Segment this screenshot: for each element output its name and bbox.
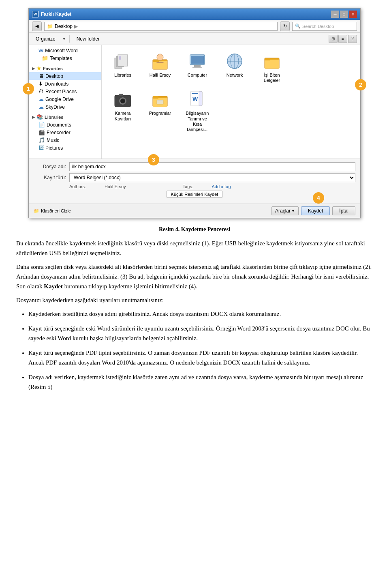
computer-icon xyxy=(188,52,207,71)
recent-icon: ⏱ xyxy=(38,88,44,94)
svg-rect-25 xyxy=(153,96,158,99)
icon-libraries[interactable]: Libraries xyxy=(107,50,139,85)
nav-item-pictures[interactable]: 🖼 Pictures xyxy=(29,144,101,152)
skydrive-icon: ☁ xyxy=(38,104,44,110)
tools-dropdown-arrow: ▼ xyxy=(291,209,295,213)
paragraph-2: Daha sonra seçilen disk veya klasördeki … xyxy=(16,262,373,291)
icon-user[interactable]: Halil Ersoy xyxy=(144,50,176,85)
filename-input[interactable] xyxy=(69,162,355,171)
nav-templates-label: Templates xyxy=(50,56,72,61)
chevron-icon: ▶ xyxy=(74,24,78,29)
word-doc-label: Bilgisayarın Tanımı ve Kısa Tarihçesi...… xyxy=(183,111,212,132)
filename-label: Dosya adı: xyxy=(34,164,66,170)
nav-item-downloads[interactable]: ⬇ Downloads xyxy=(29,80,101,88)
svg-point-7 xyxy=(157,54,163,60)
camera-icon xyxy=(113,90,133,109)
callout-2: 2 xyxy=(355,79,366,90)
nav-item-music[interactable]: 🎵 Music xyxy=(29,136,101,144)
filetype-select[interactable]: Word Belgesi (*.docx) xyxy=(69,173,355,182)
close-button[interactable]: ✕ xyxy=(349,11,357,18)
cancel-button[interactable]: İptal xyxy=(332,206,355,215)
search-box[interactable]: 🔍 Search Desktop xyxy=(292,22,357,31)
programs-icon xyxy=(150,90,170,109)
callout-1: 1 xyxy=(23,83,34,94)
expand-icon: ▶ xyxy=(32,67,35,71)
nav-freecorder-label: Freecorder xyxy=(47,130,71,135)
icon-computer[interactable]: Computer xyxy=(181,50,214,85)
tags-value: Add a tag xyxy=(212,184,231,189)
folder-icon: 📁 xyxy=(47,24,53,29)
network-icon xyxy=(225,52,244,71)
help-button[interactable]: ? xyxy=(348,35,357,43)
bullet-1: Kaydederken istediğiniz dosya adını gire… xyxy=(28,309,373,319)
documents-icon: 📄 xyxy=(38,122,45,128)
filetype-label: Kayıt türü: xyxy=(34,175,66,180)
user-label: Halil Ersoy xyxy=(150,73,171,78)
back-button[interactable]: ◀ xyxy=(32,21,42,31)
nav-section-libraries: ▶ 📚 Libraries 📄 Documents 🎬 Freecorder xyxy=(29,112,101,152)
icon-programs[interactable]: Programlar xyxy=(144,88,176,134)
dropdown-arrow: ▼ xyxy=(62,37,66,41)
nav-item-freecorder[interactable]: 🎬 Freecorder xyxy=(29,129,101,136)
libraries-label: Libraries xyxy=(114,73,131,78)
dialog-title: Farklı Kaydet xyxy=(41,11,71,17)
word-doc-icon: W xyxy=(188,90,207,109)
downloads-icon: ⬇ xyxy=(38,81,43,87)
icon-camera[interactable]: Kamera Kayıtları xyxy=(107,88,139,134)
body-text: Bu ekranda öncelikle kaydetmek istediğin… xyxy=(0,238,389,392)
separator xyxy=(69,35,70,43)
organize-button[interactable]: Organize xyxy=(32,35,59,43)
nav-music-label: Music xyxy=(47,137,59,143)
pictures-icon: 🖼 xyxy=(38,145,44,151)
bold-kaydet: Kaydet xyxy=(44,283,63,290)
maximize-button[interactable]: □ xyxy=(340,11,348,18)
save-button[interactable]: Kaydet xyxy=(301,206,330,215)
refresh-button[interactable]: ↻ xyxy=(280,21,290,31)
icon-network[interactable]: Network xyxy=(218,50,251,85)
nav-item-skydrive[interactable]: ☁ SkyDrive xyxy=(29,103,101,111)
bullet-4: Dosya adı verirken, kaydetmek istediğini… xyxy=(28,372,373,392)
icon-row-1: Libraries xyxy=(107,50,355,85)
nav-downloads-label: Downloads xyxy=(45,81,68,87)
icon-folder-special[interactable]: İşi Biten Belgeler xyxy=(256,50,288,85)
nav-pictures-label: Pictures xyxy=(45,145,63,151)
tools-button[interactable]: Araçlar ▼ xyxy=(271,206,299,215)
tags-meta: Tags: Add a tag xyxy=(183,184,247,189)
lib-icon: 📚 xyxy=(36,114,43,120)
svg-rect-9 xyxy=(191,56,204,64)
details-view-button[interactable]: ≡ xyxy=(338,35,347,43)
nav-item-desktop[interactable]: 🖥 Desktop xyxy=(29,72,101,80)
nav-item-documents[interactable]: 📄 Documents xyxy=(29,121,101,129)
word-nav-icon: W xyxy=(38,47,43,54)
gdrive-icon: ☁ xyxy=(38,96,44,102)
user-icon xyxy=(150,52,170,71)
nav-item-gdrive[interactable]: ☁ Google Drive xyxy=(29,95,101,103)
nav-section-favorites: ▶ ★ Favorites 🖥 Desktop ⬇ Downloads xyxy=(29,64,101,111)
computer-label: Computer xyxy=(188,73,207,78)
star-icon: ★ xyxy=(36,65,41,71)
nav-item-recent[interactable]: ⏱ Recent Places xyxy=(29,88,101,95)
nav-item-templates[interactable]: 📁 Templates xyxy=(29,54,101,62)
authors-value: Halil Ersoy xyxy=(105,184,126,189)
folder-special-label: İşi Biten Belgeler xyxy=(257,73,286,83)
paragraph-1: Bu ekranda öncelikle kaydetmek istediğin… xyxy=(16,238,373,258)
hide-folders-label: Klasörleri Gizle xyxy=(41,208,71,213)
icon-word-doc[interactable]: W Bilgisayarın Tanımı ve Kısa Tarihçesi.… xyxy=(181,88,214,134)
folder-special-icon xyxy=(262,52,282,71)
callout-4: 4 xyxy=(313,192,324,204)
filetype-row: Kayıt türü: Word Belgesi (*.docx) xyxy=(34,173,355,182)
view-icon-button[interactable]: ⊞ xyxy=(329,35,338,43)
icon-row-2: Kamera Kayıtları xyxy=(107,88,355,134)
right-panel: Libraries xyxy=(102,45,360,159)
minimize-button[interactable]: ─ xyxy=(331,11,339,18)
bottom-form: Dosya adı: Kayıt türü: Word Belgesi (*.d… xyxy=(29,159,360,204)
search-icon: 🔍 xyxy=(295,24,301,29)
svg-text:W: W xyxy=(192,96,198,102)
thumbnail-button[interactable]: Küçük Resimleri Kaydet xyxy=(167,191,223,198)
meta-row: Authors: Halil Ersoy Tags: Add a tag xyxy=(34,184,355,189)
programs-label: Programlar xyxy=(149,111,171,116)
bullet-3: Kayıt türü seçeneğinde PDF tipini seçebi… xyxy=(28,348,373,367)
new-folder-button[interactable]: New folder xyxy=(73,35,103,43)
address-path[interactable]: 📁 Desktop ▶ xyxy=(44,22,278,31)
save-dialog: W Farklı Kaydet ─ □ ✕ ◀ 📁 Desktop ▶ ↻ xyxy=(28,8,361,218)
